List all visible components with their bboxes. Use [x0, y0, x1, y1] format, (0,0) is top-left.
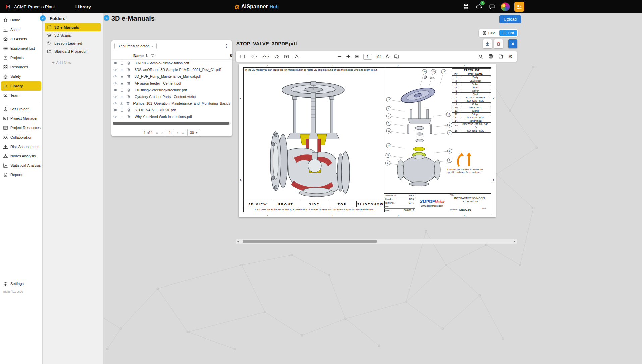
sidebar-item-equipment-list[interactable]: Equipment List [0, 44, 42, 53]
valve-cutaway-drawing[interactable] [244, 73, 385, 197]
scroll-thumb[interactable] [243, 240, 377, 243]
sidebar-item-3d-assets[interactable]: 3D Assets [0, 34, 42, 44]
view-file-button[interactable] [113, 95, 120, 99]
upload-button[interactable]: Upload [499, 15, 521, 23]
download-file-button[interactable] [120, 81, 127, 85]
view-file-button[interactable] [113, 101, 120, 105]
rotate-page-button[interactable] [385, 54, 390, 59]
delete-file-button[interactable] [127, 108, 133, 112]
name-column-header[interactable]: Name [133, 54, 144, 58]
delete-document-button[interactable] [494, 39, 503, 48]
view-file-button[interactable] [113, 108, 120, 112]
table-menu-button[interactable]: ⋮ [224, 43, 229, 49]
page-size-select[interactable]: 30 ▾ [187, 129, 200, 136]
sidebar-item-team[interactable]: Team [0, 91, 42, 100]
delete-file-button[interactable] [127, 95, 133, 99]
file-row[interactable]: 3DScanOffshore3D-Sample-PI-MDL-0001_Rev_… [111, 66, 232, 73]
current-page-button[interactable]: 1 [166, 129, 174, 136]
sidebar-item-projects[interactable]: Projects [0, 53, 42, 62]
scroll-right-button[interactable]: ▸ [512, 240, 517, 243]
prev-page-button[interactable]: ‹ [161, 130, 163, 135]
pdf-view-button-side[interactable]: SIDE [300, 201, 328, 207]
view-file-button[interactable] [113, 115, 120, 119]
sidebar-item-project-resources[interactable]: Project Resources [0, 123, 42, 133]
view-file-button[interactable] [113, 68, 120, 72]
folder-item-3d-scans[interactable]: 3D Scans [45, 31, 101, 39]
save-document-button[interactable] [498, 54, 503, 59]
download-document-button[interactable] [483, 39, 492, 48]
print-document-button[interactable] [488, 54, 493, 59]
print-header-button[interactable] [462, 2, 470, 11]
pdf-view-button-3d-view[interactable]: 3D VIEW [244, 201, 272, 207]
sidebar-item-nodes-analysis[interactable]: Nodes Analysis [0, 151, 42, 161]
shape-tool-button[interactable]: ▾ [262, 54, 269, 59]
download-file-button[interactable] [120, 101, 126, 105]
delete-file-button[interactable] [127, 115, 133, 119]
view-file-button[interactable] [113, 81, 120, 85]
textbox-tool-button[interactable] [284, 54, 289, 59]
delete-file-button[interactable] [127, 88, 133, 92]
close-viewer-button[interactable]: × [508, 39, 517, 48]
viewer-settings-button[interactable]: ⚙ [509, 54, 513, 59]
sidebar-item-home[interactable]: Home [0, 15, 42, 25]
file-row[interactable]: 3D-PDF-Sample-Pump-Station.pdf [111, 60, 232, 66]
folder-item-3d-e-manuals[interactable]: 3D e-Manuals [45, 23, 101, 31]
delete-file-button[interactable] [127, 61, 133, 65]
download-file-button[interactable] [120, 68, 127, 72]
zoom-in-button[interactable] [346, 54, 351, 59]
file-row[interactable]: Why You Need Work Instructions.pdf [111, 113, 232, 120]
sidebar-item-set-project[interactable]: Set Project [0, 104, 42, 114]
scroll-left-button[interactable]: ◂ [236, 240, 240, 243]
sidebar-item-assets[interactable]: Assets [0, 25, 42, 34]
user-avatar[interactable] [501, 2, 510, 11]
pdf-view-button-top[interactable]: TOP [328, 201, 357, 207]
file-row[interactable]: Crushing-Screening-Brochure.pdf [111, 87, 232, 93]
view-file-button[interactable] [113, 88, 120, 92]
eraser-tool-button[interactable] [274, 54, 279, 59]
folder-item-standard-procedur[interactable]: Standard Procedur [45, 47, 101, 55]
search-document-button[interactable] [478, 54, 483, 59]
folder-item-lesson-learned[interactable]: Lesson Learned [45, 39, 101, 47]
filter-icon[interactable] [151, 54, 154, 57]
add-folder-button[interactable]: + Add New [52, 60, 103, 65]
hscrollbar-thumb[interactable] [113, 122, 229, 125]
file-row[interactable]: STOP_VALVE_3DPDF.pdf [111, 107, 232, 113]
sidebar-item-safety[interactable]: Safety [0, 72, 42, 81]
columns-dropdown[interactable]: 3 columns selected ▾ [114, 43, 157, 49]
pdf-view-button-slideshow[interactable]: SLIDESHOW [357, 201, 385, 207]
view-file-button[interactable] [113, 61, 120, 65]
download-file-button[interactable] [120, 74, 127, 79]
valve-exploded-drawing[interactable]: 16151412475111031138692 [384, 68, 452, 193]
collapse-folders-button[interactable]: « [104, 15, 109, 21]
delete-file-button[interactable] [127, 81, 133, 85]
thumbnails-panel-button[interactable] [240, 54, 245, 59]
scroll-track[interactable] [240, 240, 512, 243]
download-file-button[interactable] [120, 61, 127, 65]
pdf-view-button-front[interactable]: FRONT [272, 201, 300, 207]
zoom-out-button[interactable] [337, 54, 342, 59]
delete-file-button[interactable] [126, 101, 132, 105]
sidebar-item-settings[interactable]: Settings [0, 279, 42, 289]
grid-view-button[interactable]: Grid [480, 30, 498, 36]
delete-file-button[interactable] [127, 74, 133, 79]
collapse-sidebar-button[interactable]: « [40, 15, 46, 21]
support-button[interactable] [514, 2, 524, 12]
sidebar-item-collaboration[interactable]: Collaboration [0, 133, 42, 142]
font-tool-button[interactable] [294, 54, 299, 59]
first-page-button[interactable]: « [156, 130, 158, 135]
sidebar-item-reports[interactable]: Reports [0, 170, 42, 179]
download-file-button[interactable] [120, 88, 127, 92]
last-page-button[interactable]: » [181, 130, 184, 135]
sidebar-item-statistical-analysis[interactable]: Statistical Analysis [0, 161, 42, 170]
sidebar-item-resources[interactable]: Resources [0, 62, 42, 72]
sidebar-item-risk-assessment[interactable]: Risk Assessment [0, 142, 42, 151]
download-file-button[interactable] [120, 108, 127, 112]
download-file-button[interactable] [120, 115, 127, 119]
file-row[interactable]: Gyratory Crusher Parts - Content.webp [111, 93, 232, 100]
draw-tool-button[interactable]: ▾ [250, 54, 257, 59]
sync-status-button[interactable]: 0 [475, 2, 483, 11]
file-row[interactable]: AF apron feeder - Cement.pdf [111, 80, 232, 87]
view-file-button[interactable] [113, 74, 120, 79]
chat-button[interactable] [488, 2, 496, 11]
sidebar-item-project-manager[interactable]: Project Manager [0, 114, 42, 123]
